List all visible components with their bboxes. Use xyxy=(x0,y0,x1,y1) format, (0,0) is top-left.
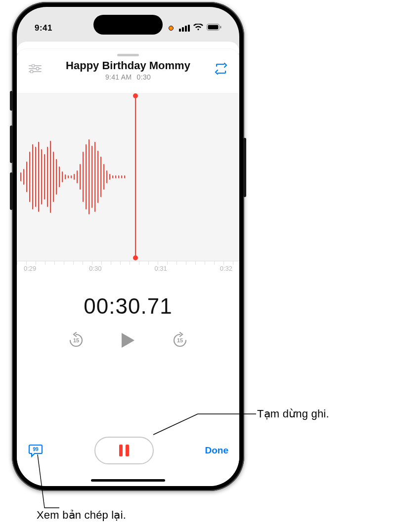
svg-rect-1 xyxy=(208,25,219,30)
cellular-icon xyxy=(179,25,190,32)
battery-icon xyxy=(207,23,221,33)
wifi-icon xyxy=(193,23,203,33)
callout-pause: Tạm dừng ghi. xyxy=(257,408,329,420)
callout-transcript: Xem bản chép lại. xyxy=(37,509,126,522)
recording-indicator-icon xyxy=(169,26,174,31)
svg-rect-2 xyxy=(220,26,221,29)
status-time: 9:41 xyxy=(35,23,52,33)
callout-leaders xyxy=(0,0,396,532)
dynamic-island xyxy=(93,15,163,35)
